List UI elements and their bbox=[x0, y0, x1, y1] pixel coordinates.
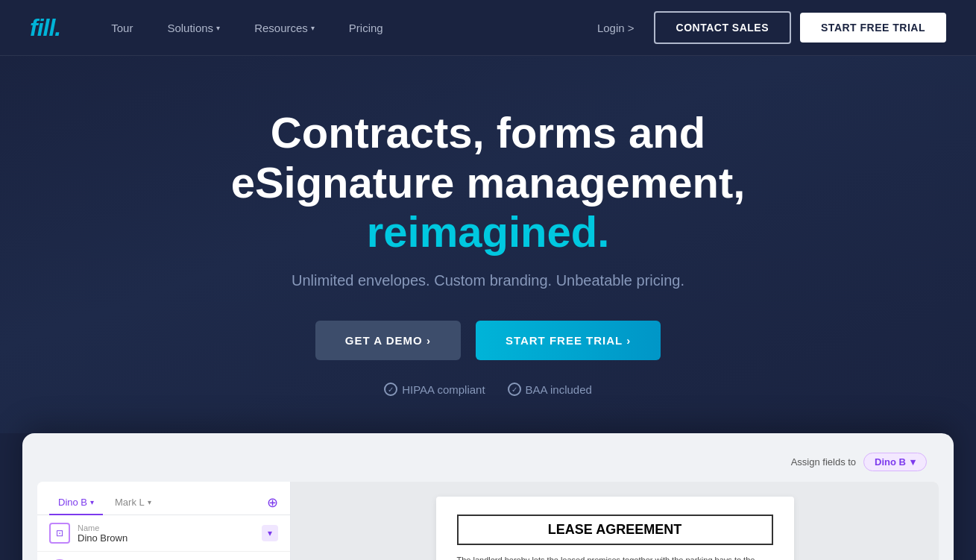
assign-fields-label: Assign fields to bbox=[791, 456, 856, 468]
assign-user-badge[interactable]: Dino B ▾ bbox=[863, 453, 927, 471]
hero-title: Contracts, forms and eSignature manageme… bbox=[171, 108, 805, 257]
chevron-down-icon: ▾ bbox=[311, 24, 315, 32]
nav-pricing[interactable]: Pricing bbox=[336, 14, 397, 42]
signature-field-row: ✍ Signature Dino ▾ bbox=[37, 552, 290, 560]
field-dropdown-button[interactable]: ▾ bbox=[262, 525, 278, 541]
field-value: Dino Brown bbox=[78, 532, 254, 544]
login-link[interactable]: Login > bbox=[587, 14, 645, 42]
hero-section: Contracts, forms and eSignature manageme… bbox=[0, 56, 976, 433]
baa-badge: ✓ BAA included bbox=[508, 383, 592, 396]
start-free-trial-nav-button[interactable]: START FREE TRIAL bbox=[800, 13, 946, 43]
field-label: Name bbox=[78, 523, 254, 532]
start-free-trial-hero-button[interactable]: START FREE TRIAL › bbox=[476, 321, 661, 360]
get-a-demo-button[interactable]: GET A DEMO › bbox=[315, 321, 461, 360]
hero-buttons: GET A DEMO › START FREE TRIAL › bbox=[30, 321, 946, 360]
chevron-down-icon: ▾ bbox=[148, 498, 151, 506]
preview-main: Dino B ▾ Mark L ▾ ⊕ ⊡ Name Dino Brown ▾ … bbox=[37, 482, 939, 560]
nav-resources[interactable]: Resources ▾ bbox=[241, 14, 328, 42]
logo-text: fill. bbox=[30, 14, 60, 41]
hipaa-badge: ✓ HIPAA compliant bbox=[384, 383, 485, 396]
nav-right: Login > CONTACT SALES START FREE TRIAL bbox=[587, 11, 946, 44]
chevron-down-icon: ▾ bbox=[910, 456, 916, 468]
nav-links: Tour Solutions ▾ Resources ▾ Pricing bbox=[98, 14, 587, 42]
document-title: LEASE AGREEMENT bbox=[457, 515, 773, 545]
add-user-icon[interactable]: ⊕ bbox=[267, 494, 278, 511]
sidebar-tab-dino[interactable]: Dino B ▾ bbox=[49, 491, 103, 515]
document-body: The landlord hereby lets the leased prem… bbox=[457, 554, 773, 560]
sidebar-tab-mark[interactable]: Mark L ▾ bbox=[106, 491, 160, 515]
navbar: fill. Tour Solutions ▾ Resources ▾ Prici… bbox=[0, 0, 976, 56]
document-card: LEASE AGREEMENT The landlord hereby lets… bbox=[436, 497, 794, 560]
app-preview: Assign fields to Dino B ▾ Dino B ▾ Mark … bbox=[22, 433, 954, 560]
preview-document: LEASE AGREEMENT The landlord hereby lets… bbox=[291, 482, 939, 560]
chevron-down-icon: ▾ bbox=[216, 24, 220, 32]
nav-tour[interactable]: Tour bbox=[98, 14, 146, 42]
name-field-row: ⊡ Name Dino Brown ▾ bbox=[37, 515, 290, 552]
check-icon: ✓ bbox=[384, 383, 397, 396]
preview-top-bar: Assign fields to Dino B ▾ bbox=[37, 448, 939, 482]
field-info: Name Dino Brown bbox=[78, 523, 254, 544]
chevron-down-icon: ▾ bbox=[90, 498, 94, 506]
check-icon: ✓ bbox=[508, 383, 521, 396]
preview-sidebar: Dino B ▾ Mark L ▾ ⊕ ⊡ Name Dino Brown ▾ … bbox=[37, 482, 291, 560]
field-type-icon: ⊡ bbox=[49, 523, 70, 544]
logo[interactable]: fill. bbox=[30, 14, 60, 42]
contact-sales-button[interactable]: CONTACT SALES bbox=[654, 11, 791, 44]
hero-badges: ✓ HIPAA compliant ✓ BAA included bbox=[30, 383, 946, 396]
hero-subtitle: Unlimited envelopes. Custom branding. Un… bbox=[30, 272, 946, 289]
nav-solutions[interactable]: Solutions ▾ bbox=[154, 14, 233, 42]
sidebar-tabs: Dino B ▾ Mark L ▾ ⊕ bbox=[37, 482, 290, 515]
